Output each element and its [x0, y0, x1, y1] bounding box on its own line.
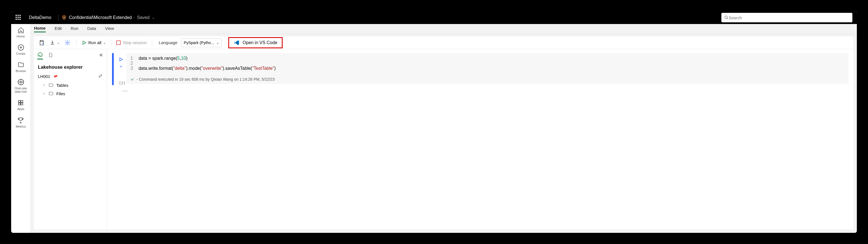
- collapse-explorer-icon[interactable]: [98, 53, 103, 59]
- tab-view[interactable]: View: [105, 26, 114, 32]
- folder-icon: [49, 91, 54, 96]
- nav-browse[interactable]: Browse: [16, 61, 26, 73]
- run-all-button[interactable]: Run all ⌄: [82, 40, 106, 45]
- lakehouse-name[interactable]: LH001: [38, 74, 50, 79]
- shield-icon: [62, 15, 67, 20]
- explorer-tab-files[interactable]: [48, 53, 53, 59]
- cell-active-indicator: [112, 53, 114, 85]
- tree-tables[interactable]: Tables: [34, 81, 107, 89]
- divider: [111, 39, 111, 46]
- divider: [58, 15, 58, 20]
- chevron-right-icon: [42, 83, 46, 87]
- chevron-down-icon[interactable]: [119, 64, 123, 69]
- folder-icon: [49, 83, 54, 88]
- tree-files[interactable]: Files: [34, 89, 107, 98]
- execution-status: - Command executed in 19 sec 608 ms by Q…: [127, 74, 848, 84]
- svg-rect-5: [19, 101, 20, 103]
- tab-run[interactable]: Run: [71, 26, 79, 32]
- explorer-title: Lakehouse explorer: [34, 62, 107, 72]
- svg-point-9: [67, 42, 68, 44]
- search-icon: [724, 15, 728, 20]
- run-cell-icon[interactable]: [119, 57, 123, 62]
- add-cell-icon[interactable]: ⋯: [122, 87, 848, 94]
- stop-icon: [116, 40, 121, 45]
- stop-session-button: Stop session: [116, 40, 147, 45]
- open-in-vscode-button[interactable]: Open in VS Code: [228, 37, 283, 48]
- nav-metrics[interactable]: Metrics: [16, 117, 26, 128]
- app-launcher-icon[interactable]: [16, 15, 21, 20]
- nav-home[interactable]: Home: [17, 27, 25, 38]
- nav-create[interactable]: Create: [16, 44, 25, 55]
- explorer-tab-lakehouse[interactable]: [37, 51, 43, 59]
- pin-icon[interactable]: 📌: [53, 74, 58, 79]
- tab-edit[interactable]: Edit: [55, 26, 62, 32]
- language-select[interactable]: PySpark (Pytho... ⌄: [181, 38, 222, 47]
- chevron-right-icon: [42, 92, 46, 95]
- settings-icon[interactable]: [64, 39, 71, 47]
- tab-data[interactable]: Data: [87, 26, 96, 32]
- svg-rect-6: [21, 101, 23, 103]
- divider: [152, 39, 152, 46]
- swap-icon[interactable]: [98, 74, 103, 79]
- svg-point-2: [725, 16, 727, 19]
- language-label: Language: [159, 40, 178, 45]
- nav-onelake[interactable]: OneLake data hub: [14, 79, 27, 93]
- checkmark-icon: [130, 77, 134, 82]
- search-input[interactable]: [721, 13, 852, 22]
- save-icon[interactable]: [38, 39, 46, 47]
- svg-rect-8: [21, 103, 23, 105]
- code-cell[interactable]: 123 data = spark.range(5,10) data.write.…: [127, 53, 848, 74]
- svg-rect-7: [19, 103, 20, 105]
- sensitivity-label[interactable]: Confidential\Microsoft Extended: [69, 15, 132, 20]
- workspace-name[interactable]: DeltaDemo: [29, 15, 51, 20]
- nav-apps[interactable]: Apps: [17, 99, 24, 111]
- vscode-icon: [234, 39, 240, 46]
- download-button[interactable]: ⌄: [50, 40, 60, 46]
- svg-rect-1: [64, 17, 64, 18]
- execution-count: [2]: [119, 81, 125, 85]
- tab-home[interactable]: Home: [34, 26, 46, 32]
- save-status[interactable]: ·Saved⌄: [133, 15, 155, 20]
- play-icon: [82, 40, 87, 45]
